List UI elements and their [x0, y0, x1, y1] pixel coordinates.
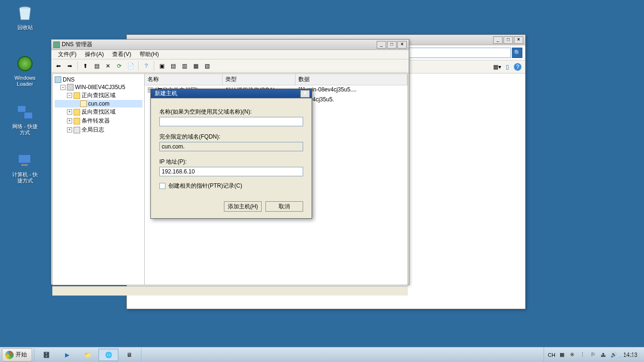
tree-server-node[interactable]: − WIN-08EV4CJ35U5	[55, 83, 142, 91]
desktop-icon-network[interactable]: 网络 - 快捷 方式	[8, 103, 41, 136]
window-title: DNS 管理器	[60, 41, 377, 49]
folder-icon	[74, 109, 80, 115]
folder-icon	[74, 92, 80, 99]
taskbar-powershell[interactable]: ▶	[57, 349, 77, 361]
delete-button[interactable]: ✕	[103, 61, 113, 71]
svg-rect-1	[17, 106, 26, 112]
tray-flag-icon[interactable]: ⚐	[589, 351, 597, 359]
help-icon[interactable]: ?	[514, 63, 521, 71]
tray-volume-icon[interactable]: 🔊	[610, 351, 618, 359]
toolbar: ⬅ ➡ ⬆ ▤ ✕ ⟳ 📄 ? ▣ ▤ ▥ ▦ ▧	[51, 59, 409, 73]
network-icon	[16, 103, 34, 122]
windows-orb-icon	[5, 351, 14, 359]
tree-pane[interactable]: DNS − WIN-08EV4CJ35U5 − 正向查找区域 cun.com +…	[53, 74, 145, 285]
tray-network-icon[interactable]: 🖧	[600, 351, 607, 359]
column-type[interactable]: 类型	[223, 74, 296, 85]
up-button[interactable]: ⬆	[80, 61, 91, 71]
tray-icon[interactable]: ※	[569, 351, 576, 359]
tool-icon[interactable]: ▤	[168, 61, 178, 71]
status-bar	[52, 286, 408, 296]
windows-orb-icon	[16, 54, 34, 73]
dns-icon	[53, 41, 60, 48]
desktop-icon-windows-loader[interactable]: Windows Loader	[8, 54, 41, 87]
tree-reverse-zones[interactable]: + 反向查找区域	[55, 107, 142, 116]
name-input[interactable]	[159, 117, 303, 126]
titlebar[interactable]: DNS 管理器 _ □ ×	[51, 40, 409, 50]
cancel-button[interactable]: 取消	[265, 201, 303, 212]
list-header: 名称 类型 数据	[145, 74, 407, 85]
tool-icon[interactable]: ▦	[190, 61, 201, 71]
search-button[interactable]: 🔍	[512, 48, 522, 58]
taskbar-dns[interactable]: 🖥	[119, 349, 139, 361]
ip-input[interactable]	[159, 167, 303, 176]
system-tray: CH ▦ ※ ⋮ ⚐ 🖧 🔊 14:13	[544, 347, 644, 362]
start-button[interactable]: 开始	[2, 348, 32, 362]
tray-icon[interactable]: ▦	[558, 351, 566, 359]
fqdn-label: 完全限定的域名(FQDN):	[159, 133, 303, 141]
taskbar-server-manager[interactable]: 🗄️	[36, 349, 56, 361]
minimize-button[interactable]: _	[377, 41, 386, 49]
quick-launch: 🗄️ ▶ 📁 🌐 🖥	[34, 348, 141, 362]
menu-file[interactable]: 文件(F)	[54, 49, 80, 59]
collapse-icon[interactable]: −	[60, 85, 66, 90]
svg-rect-4	[21, 164, 28, 166]
tree-forward-zones[interactable]: − 正向查找区域	[55, 91, 142, 100]
add-host-button[interactable]: 添加主机(H)	[224, 201, 262, 212]
expand-icon[interactable]: +	[67, 118, 72, 123]
tool-icon[interactable]: ▧	[202, 61, 212, 71]
back-button[interactable]: ⬅	[53, 61, 64, 71]
column-name[interactable]: 名称	[145, 74, 223, 85]
svg-rect-3	[18, 155, 31, 163]
help-button[interactable]: ?	[141, 61, 151, 71]
preview-pane-icon[interactable]: ▯	[506, 64, 509, 70]
maximize-button[interactable]: □	[504, 36, 513, 44]
new-host-dialog[interactable]: 新建主机 × 名称(如果为空则使用其父域名称)(N): 完全限定的域名(FQDN…	[150, 89, 312, 219]
tool-icon[interactable]: ▣	[157, 61, 167, 71]
dialog-titlebar[interactable]: 新建主机 ×	[151, 89, 312, 99]
menu-action[interactable]: 操作(A)	[81, 49, 107, 59]
show-hide-tree-button[interactable]: ▤	[91, 61, 102, 71]
desktop-icon-label: Windows Loader	[8, 75, 41, 87]
tray-icon[interactable]: ⋮	[579, 351, 586, 359]
menu-bar: 文件(F) 操作(A) 查看(V) 帮助(H)	[51, 50, 409, 59]
ptr-label: 创建相关的指针(PTR)记录(C)	[168, 182, 242, 190]
close-button[interactable]: ×	[300, 90, 310, 98]
column-data[interactable]: 数据	[296, 74, 407, 85]
desktop-icon-label: 计算机 - 快 捷方式	[8, 172, 41, 184]
tree-global-logs[interactable]: + 全局日志	[55, 125, 142, 134]
tree-root-dns[interactable]: DNS	[55, 76, 142, 83]
ptr-checkbox[interactable]	[159, 183, 165, 189]
close-button[interactable]: ×	[514, 36, 523, 44]
name-label: 名称(如果为空则使用其父域名称)(N):	[159, 108, 303, 116]
minimize-button[interactable]: _	[493, 36, 503, 44]
taskbar-network[interactable]: 🌐	[99, 349, 118, 361]
clock[interactable]: 14:13	[620, 352, 640, 358]
tree-conditional-forwarders[interactable]: + 条件转发器	[55, 116, 142, 125]
ip-label: IP 地址(P):	[159, 158, 303, 166]
desktop-icon-computer[interactable]: 计算机 - 快 捷方式	[8, 151, 41, 184]
expand-icon[interactable]: +	[67, 109, 72, 115]
recycle-bin-icon	[16, 4, 34, 23]
menu-help[interactable]: 帮助(H)	[136, 49, 163, 59]
svg-rect-2	[24, 112, 33, 119]
fqdn-input	[159, 142, 303, 151]
view-options-icon[interactable]: ▦▾	[493, 64, 501, 70]
desktop-icon-label: 回收站	[8, 25, 41, 31]
taskbar-explorer[interactable]: 📁	[78, 349, 98, 361]
refresh-button[interactable]: ⟳	[114, 61, 124, 71]
tree-zone-cun-com[interactable]: cun.com	[55, 100, 142, 107]
forward-button[interactable]: ➡	[65, 61, 75, 71]
expand-icon[interactable]: +	[67, 127, 72, 132]
desktop-icon-recycle-bin[interactable]: 回收站	[8, 4, 41, 31]
language-indicator[interactable]: CH	[548, 351, 555, 359]
desktop-icon-label: 网络 - 快捷 方式	[8, 123, 41, 136]
computer-icon	[16, 151, 34, 170]
export-button[interactable]: 📄	[125, 61, 136, 71]
folder-icon	[74, 118, 80, 124]
tool-icon[interactable]: ▥	[179, 61, 190, 71]
taskbar[interactable]: 开始 🗄️ ▶ 📁 🌐 🖥 CH ▦ ※ ⋮ ⚐ 🖧 🔊 14:13	[0, 347, 644, 362]
close-button[interactable]: ×	[397, 41, 407, 49]
collapse-icon[interactable]: −	[67, 93, 72, 98]
menu-view[interactable]: 查看(V)	[108, 49, 135, 59]
maximize-button[interactable]: □	[387, 41, 396, 49]
